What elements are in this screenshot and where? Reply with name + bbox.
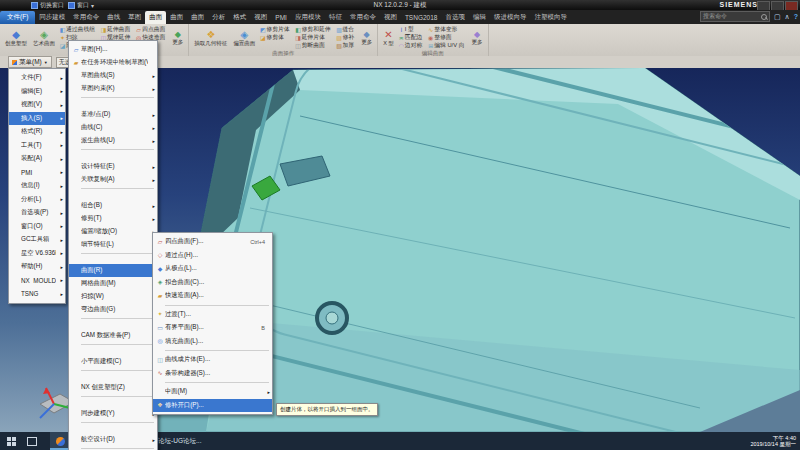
menu-item[interactable]: ◎ 填充曲面(L)... [153, 335, 272, 349]
help-icon[interactable]: ? [794, 13, 798, 20]
ribbon-tab[interactable]: 编辑 [469, 11, 490, 24]
menu-item[interactable]: 装配(A) ▸ [9, 152, 65, 166]
menu-item[interactable]: 格式(R) ▸ [9, 125, 65, 139]
menu-item[interactable]: 曲面(R) ▸ [69, 264, 157, 277]
menu-item[interactable]: 细节特征(L) ▸ [69, 238, 157, 251]
ribbon-tab[interactable]: 首选项 [441, 11, 469, 24]
command-search-input[interactable]: 搜索命令 [700, 11, 770, 22]
ribbon-button[interactable]: ◆ 创意塑型 [3, 25, 29, 50]
menu-item[interactable]: ◫ 曲线成片体(E)... [153, 353, 272, 367]
menu-item[interactable]: NX_MOULD V6.0 ▸ [9, 274, 65, 288]
menu-item[interactable]: ∿ 条带构建器(S)... [153, 367, 272, 381]
ribbon-button[interactable]: ◆ 更多 [359, 25, 374, 50]
menu-item[interactable]: 设计特征(E) ▸ [69, 160, 157, 173]
menu-item[interactable] [69, 420, 157, 433]
ribbon-tab[interactable]: 视图 [250, 11, 271, 24]
menu-item[interactable] [69, 446, 157, 450]
ribbon-tab[interactable]: 常用命令 [69, 11, 103, 24]
ribbon-button[interactable]: ◫ 剪断曲面 [295, 42, 334, 50]
menu-item[interactable] [69, 342, 157, 355]
menu-item[interactable] [153, 303, 272, 308]
ribbon-tab[interactable]: 格式 [229, 11, 250, 24]
menu-item[interactable]: ✦ 过渡(T)... [153, 308, 272, 322]
menu-item[interactable]: ▰ 快速造面(A)... [153, 289, 272, 303]
ribbon-tab[interactable]: 草图 [124, 11, 145, 24]
menu-item[interactable]: NX 创意塑型(Z) ▸ [69, 381, 157, 394]
ribbon-button[interactable]: ✕ X 型 [381, 25, 396, 50]
minimize-ribbon-icon[interactable]: ∧ [785, 13, 790, 21]
ribbon-button[interactable]: ◪ 修剪体 [259, 33, 292, 41]
menu-item[interactable]: 视图(V) ▸ [9, 98, 65, 112]
ribbon-tab[interactable]: 曲面 [187, 11, 208, 24]
menu-item[interactable]: 工具(T) ▸ [9, 139, 65, 153]
menu-item[interactable] [69, 394, 157, 407]
ribbon-tab[interactable]: 级进模向导 [490, 11, 531, 24]
taskbar-clock[interactable]: 下午 4:40 2019/10/14 星期一 [750, 435, 796, 448]
ribbon-tab[interactable]: 常用命令 [346, 11, 380, 24]
ribbon-tab[interactable]: 同步建模 [35, 11, 69, 24]
menu-item[interactable]: 首选项(P) ▸ [9, 206, 65, 220]
ribbon-button[interactable]: ◆ 更多 [170, 25, 185, 50]
switch-window-button[interactable]: 切换窗口 [31, 1, 64, 10]
menu-item[interactable]: CAM 数据准备(P) ▸ [69, 329, 157, 342]
menu-item[interactable]: 窗口(O) ▸ [9, 220, 65, 234]
ribbon-button[interactable]: ◈ 艺术曲面 [31, 25, 57, 50]
window-menu-button[interactable]: 窗口 ▾ [68, 1, 94, 10]
ribbon-tab[interactable]: 注塑模向导 [530, 11, 571, 24]
fullscreen-icon[interactable]: ▢ [774, 13, 781, 21]
menu-item[interactable]: ▰ 在任务环境中绘制草图(V) [69, 56, 157, 69]
ribbon-button[interactable]: ◈ 偏置曲面 [231, 25, 257, 50]
ribbon-tab[interactable]: TSNG2018 [401, 11, 442, 24]
menu-item[interactable] [69, 251, 157, 264]
ribbon-tab[interactable]: PMI [271, 11, 291, 24]
menu-item[interactable]: 偏置/缩放(O) ▸ [69, 225, 157, 238]
menu-item[interactable]: 同步建模(Y) ▸ [69, 407, 157, 420]
menu-item[interactable]: PMI ▸ [9, 166, 65, 180]
menu-item[interactable]: 航空设计(D) ▸ [69, 433, 157, 446]
menu-item[interactable]: ▱ 草图(H)... [69, 43, 157, 56]
task-view-button[interactable] [22, 432, 42, 450]
ribbon-button[interactable]: ◧ 通过曲线组 [59, 25, 98, 33]
menu-item[interactable] [69, 316, 157, 329]
menu-item[interactable]: ◈ 拟合曲面(C)... [153, 276, 272, 290]
menu-item[interactable]: 派生曲线(U) ▸ [69, 134, 157, 147]
menu-item[interactable]: ◇ 通过点(H)... [153, 249, 272, 263]
ribbon-button[interactable]: ⊞ 编辑 U/V 向 [427, 42, 467, 50]
start-button[interactable] [0, 432, 22, 450]
menu-item[interactable]: 草图约束(K) ▸ [69, 82, 157, 95]
menu-item[interactable]: 扫掠(W) ▸ [69, 290, 157, 303]
menu-item[interactable]: 文件(F) ▸ [9, 71, 65, 85]
menu-item[interactable] [153, 348, 272, 353]
menu-item[interactable]: 曲线(C) ▸ [69, 121, 157, 134]
ribbon-button[interactable]: ❖ 抽取几何特征 [192, 25, 229, 50]
ribbon-tab[interactable]: 应用模块 [291, 11, 325, 24]
menu-item[interactable] [69, 368, 157, 381]
menu-item[interactable] [153, 380, 272, 385]
ribbon-button[interactable]: ◆ 更多 [470, 25, 485, 50]
menu-item[interactable]: ◆ 从极点(L)... [153, 262, 272, 276]
ribbon-tab[interactable]: 特征 [325, 11, 346, 24]
menu-item[interactable]: 基准/点(D) ▸ [69, 108, 157, 121]
menu-item[interactable]: ▭ 有界平面(B)... B [153, 321, 272, 335]
menu-item[interactable]: 小平面建模(C) ▸ [69, 355, 157, 368]
menu-item[interactable]: 修剪(T) ▸ [69, 212, 157, 225]
ribbon-tab[interactable]: 视图 [380, 11, 401, 24]
ribbon-button[interactable]: ◠ 边对称 [398, 42, 425, 50]
menu-item[interactable] [69, 95, 157, 108]
menu-item[interactable]: TSNG ▸ [9, 287, 65, 301]
menu-item[interactable]: 帮助(H) ▸ [9, 260, 65, 274]
ribbon-button[interactable]: ▧ 加厚 [336, 42, 358, 50]
menu-item[interactable]: 信息(I) ▸ [9, 179, 65, 193]
menu-item[interactable]: 弯边曲面(G) ▸ [69, 303, 157, 316]
menu-item[interactable]: GC工具箱 ▸ [9, 233, 65, 247]
ribbon-tab[interactable]: 曲面 [145, 11, 166, 24]
ribbon-tab[interactable]: 曲面 [166, 11, 187, 24]
menu-item[interactable]: 网格曲面(M) ▸ [69, 277, 157, 290]
menu-item[interactable]: 分析(L) ▸ [9, 193, 65, 207]
menu-item[interactable]: ▱ 四点曲面(F)... Ctrl+4 [153, 235, 272, 249]
menu-item[interactable]: 关联复制(A) ▸ [69, 173, 157, 186]
ribbon-tab[interactable]: 曲线 [103, 11, 124, 24]
menu-item[interactable]: 星空 V6.936F ▸ [9, 247, 65, 261]
menu-button[interactable]: 菜单(M) ▼ [8, 56, 52, 68]
menu-item[interactable]: 编辑(E) ▸ [9, 85, 65, 99]
